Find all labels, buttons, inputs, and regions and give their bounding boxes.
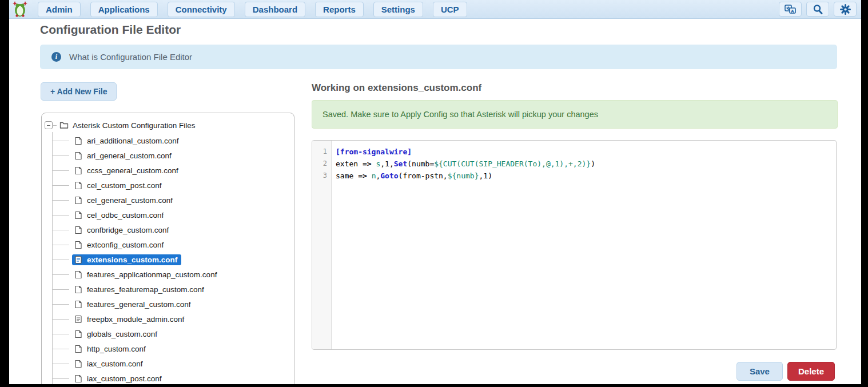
nav-tabs: AdminApplicationsConnectivityDashboardRe… bbox=[38, 2, 467, 17]
code-line[interactable]: exten => s,1,Set(numb=${CUT(CUT(SIP_HEAD… bbox=[336, 158, 836, 170]
file-name-label: globals_custom.conf bbox=[87, 330, 157, 338]
editor-gutter: 123 bbox=[312, 141, 332, 349]
nav-tab-admin[interactable]: Admin bbox=[38, 2, 81, 17]
file-icon bbox=[74, 166, 82, 175]
file-tree-item-target[interactable]: features_featuremap_custom.conf bbox=[72, 284, 208, 295]
file-tree-item[interactable]: extconfig_custom.conf bbox=[45, 237, 289, 252]
file-name-label: iax_custom_post.conf bbox=[87, 374, 162, 383]
file-tree-item[interactable]: http_custom.conf bbox=[45, 341, 289, 356]
nav-tab-reports[interactable]: Reports bbox=[315, 2, 364, 17]
file-icon bbox=[74, 256, 82, 264]
file-tree-item[interactable]: iax_custom_post.conf bbox=[45, 371, 289, 384]
file-icon bbox=[74, 241, 82, 249]
file-icon bbox=[74, 300, 82, 309]
file-icon bbox=[74, 196, 82, 205]
file-tree-item[interactable]: features_general_custom.conf bbox=[45, 297, 289, 312]
code-line[interactable]: same => n,Goto(from-pstn,${numb},1) bbox=[336, 170, 836, 182]
file-name-label: confbridge_custom.conf bbox=[87, 226, 169, 234]
file-tree-item-target[interactable]: ccss_general_custom.conf bbox=[72, 165, 182, 176]
file-icon bbox=[74, 315, 82, 324]
file-tree-item-target[interactable]: features_general_custom.conf bbox=[72, 299, 195, 310]
file-icon bbox=[74, 330, 82, 338]
file-icon bbox=[74, 285, 82, 294]
delete-button[interactable]: Delete bbox=[787, 362, 835, 381]
file-name-label: ccss_general_custom.conf bbox=[87, 166, 178, 175]
collapse-expander-icon[interactable] bbox=[45, 121, 53, 129]
file-icon bbox=[74, 360, 82, 368]
add-new-file-button[interactable]: + Add New File bbox=[41, 82, 117, 101]
file-name-label: cel_general_custom.conf bbox=[87, 196, 173, 205]
save-button[interactable]: Save bbox=[736, 362, 783, 381]
file-tree-item[interactable]: cel_general_custom.conf bbox=[45, 193, 289, 208]
tree-root[interactable]: Asterisk Custom Configuration Files bbox=[45, 118, 289, 132]
file-icon bbox=[74, 151, 82, 160]
file-tree-item[interactable]: features_featuremap_custom.conf bbox=[45, 282, 289, 297]
file-tree-item-target[interactable]: ari_general_custom.conf bbox=[72, 150, 176, 161]
file-tree-item-target[interactable]: iax_custom.conf bbox=[72, 358, 147, 369]
nav-tab-settings[interactable]: Settings bbox=[373, 2, 423, 17]
file-tree-item[interactable]: cel_odbc_custom.conf bbox=[45, 208, 289, 222]
file-icon bbox=[74, 211, 82, 220]
search-icon bbox=[813, 4, 823, 14]
file-tree-item[interactable]: freepbx_module_admin.conf bbox=[45, 312, 289, 326]
file-tree-item-target[interactable]: features_applicationmap_custom.conf bbox=[72, 269, 221, 280]
file-tree-panel: Asterisk Custom Configuration Files ari_… bbox=[41, 113, 294, 384]
success-alert: Saved. Make sure to Apply Config so that… bbox=[312, 100, 838, 129]
nav-tab-connectivity[interactable]: Connectivity bbox=[168, 2, 235, 17]
file-tree-item[interactable]: ari_additional_custom.conf bbox=[45, 133, 289, 148]
file-tree-item-target[interactable]: http_custom.conf bbox=[72, 344, 150, 354]
settings-button[interactable] bbox=[834, 2, 857, 17]
file-name-label: iax_custom.conf bbox=[87, 360, 143, 368]
file-icon bbox=[74, 270, 82, 279]
file-name-label: features_featuremap_custom.conf bbox=[87, 285, 204, 294]
info-icon: i bbox=[51, 52, 61, 62]
file-tree-item[interactable]: iax_custom.conf bbox=[45, 356, 289, 371]
editor-actions: Save Delete bbox=[736, 362, 835, 381]
file-tree-item-target[interactable]: cel_custom_post.conf bbox=[72, 180, 166, 191]
page-title: Configuration File Editor bbox=[40, 23, 181, 37]
file-tree-item[interactable]: extensions_custom.conf bbox=[45, 252, 289, 267]
file-tree-item[interactable]: ccss_general_custom.conf bbox=[45, 163, 289, 178]
file-name-label: cel_odbc_custom.conf bbox=[87, 211, 164, 220]
language-button[interactable]: A bbox=[779, 2, 802, 17]
code-line[interactable]: [from-signalwire] bbox=[336, 146, 836, 158]
line-number: 3 bbox=[312, 170, 331, 182]
file-name-label: ari_additional_custom.conf bbox=[87, 137, 179, 145]
file-tree-item-target[interactable]: extensions_custom.conf bbox=[72, 254, 181, 265]
code-editor[interactable]: 123 [from-signalwire]exten => s,1,Set(nu… bbox=[312, 140, 837, 350]
file-tree-item[interactable]: confbridge_custom.conf bbox=[45, 222, 289, 237]
code-area[interactable]: [from-signalwire]exten => s,1,Set(numb=$… bbox=[332, 141, 836, 349]
file-tree-item[interactable]: globals_custom.conf bbox=[45, 326, 289, 341]
file-tree-item-target[interactable]: globals_custom.conf bbox=[72, 329, 161, 340]
file-tree-item-target[interactable]: cel_general_custom.conf bbox=[72, 195, 177, 206]
language-icon: A bbox=[785, 4, 796, 14]
help-banner-text: What is Configuration File Editor bbox=[69, 52, 192, 62]
help-banner[interactable]: i What is Configuration File Editor bbox=[40, 45, 837, 69]
file-tree-item-target[interactable]: extconfig_custom.conf bbox=[72, 240, 168, 250]
file-tree-item-target[interactable]: ari_additional_custom.conf bbox=[72, 135, 183, 146]
app-window: AdminApplicationsConnectivityDashboardRe… bbox=[9, 0, 861, 384]
file-icon bbox=[74, 374, 82, 383]
tree-children: ari_additional_custom.confari_general_cu… bbox=[45, 133, 289, 384]
file-name-label: ari_general_custom.conf bbox=[87, 151, 172, 160]
nav-tab-ucp[interactable]: UCP bbox=[433, 2, 467, 17]
file-icon bbox=[74, 181, 82, 190]
file-name-label: cel_custom_post.conf bbox=[87, 181, 162, 190]
file-tree-item[interactable]: cel_custom_post.conf bbox=[45, 178, 289, 193]
nav-tab-dashboard[interactable]: Dashboard bbox=[245, 2, 305, 17]
file-name-label: http_custom.conf bbox=[87, 345, 146, 353]
file-tree-item[interactable]: features_applicationmap_custom.conf bbox=[45, 267, 289, 282]
file-tree-item-target[interactable]: cel_odbc_custom.conf bbox=[72, 210, 168, 221]
file-tree-item-target[interactable]: freepbx_module_admin.conf bbox=[72, 314, 188, 325]
search-button[interactable] bbox=[806, 2, 829, 17]
folder-icon bbox=[59, 121, 69, 129]
line-number: 2 bbox=[312, 158, 331, 170]
file-tree-item[interactable]: ari_general_custom.conf bbox=[45, 148, 289, 163]
file-tree-item-target[interactable]: confbridge_custom.conf bbox=[72, 225, 173, 236]
file-name-label: extensions_custom.conf bbox=[87, 256, 177, 264]
file-name-label: features_applicationmap_custom.conf bbox=[87, 270, 217, 279]
gear-icon bbox=[840, 4, 851, 15]
file-tree-item-target[interactable]: iax_custom_post.conf bbox=[72, 373, 166, 384]
freepbx-logo-icon[interactable] bbox=[11, 1, 29, 18]
nav-tab-applications[interactable]: Applications bbox=[90, 2, 158, 17]
